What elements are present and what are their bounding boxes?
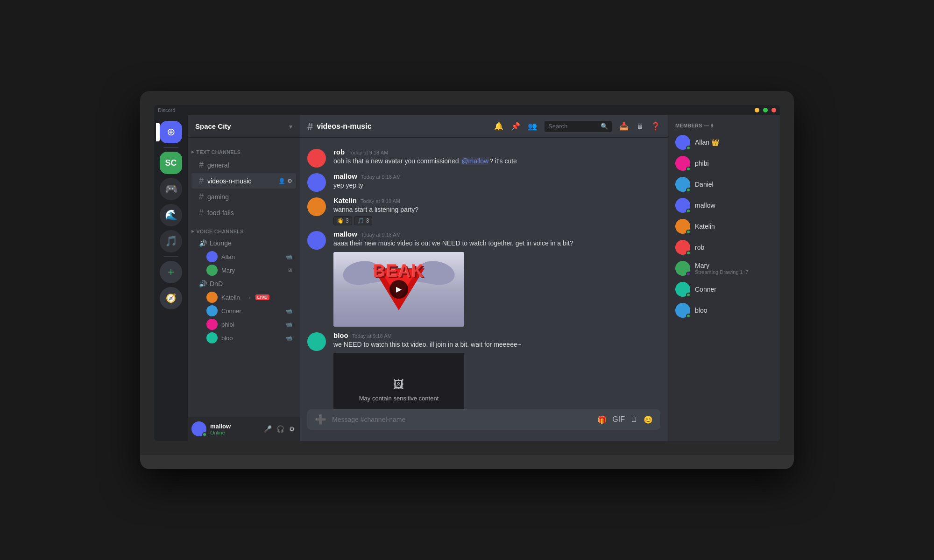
rob-content: rob Today at 9:18 AM ooh is that a new a… <box>333 148 660 168</box>
minimize-btn[interactable] <box>755 108 759 112</box>
member-conner[interactable]: Conner <box>672 279 776 300</box>
search-bar[interactable]: Search 🔍 <box>545 121 612 132</box>
voice-user-conner[interactable]: Conner 📹 <box>191 304 296 317</box>
phibi-avatar <box>206 319 218 330</box>
server-icon-2[interactable]: 🎮 <box>160 178 182 200</box>
emoji-btn[interactable]: 😊 <box>644 415 653 424</box>
member-bloo[interactable]: bloo <box>672 300 776 321</box>
server-icon-4[interactable]: 🎵 <box>160 230 182 252</box>
member-mallow[interactable]: mallow <box>672 195 776 216</box>
explore-servers-btn[interactable]: 🧭 <box>160 287 182 309</box>
member-name: Daniel <box>695 181 772 188</box>
discord-main: ⊕ SC 🎮 🌊 🎵 <box>154 115 780 441</box>
mention-mallow[interactable]: @mallow <box>460 157 489 165</box>
pin-icon[interactable]: 📌 <box>511 122 520 131</box>
laptop-frame: Discord ⊕ SC <box>140 91 794 469</box>
online-dot <box>686 293 691 297</box>
play-button[interactable]: ▶ <box>389 280 408 299</box>
mic-btn[interactable]: 🎤 <box>263 424 273 434</box>
katelin-username[interactable]: Katelin <box>333 196 357 204</box>
gift-btn[interactable]: 🎁 <box>597 415 607 424</box>
maximize-btn[interactable] <box>763 108 768 112</box>
voice-user-name: Mary <box>221 267 235 274</box>
message-input-box: ➕ 🎁 GIF 🗒 😊 <box>307 409 660 430</box>
member-daniel[interactable]: Daniel <box>672 174 776 195</box>
sticker-btn[interactable]: 🗒 <box>630 415 638 424</box>
member-name: Mary <box>695 262 772 269</box>
beak-video-bg: BEAK ▶ <box>333 252 464 327</box>
active-indicator <box>156 123 160 141</box>
member-mary[interactable]: Mary Streaming Drawing 1↑7 <box>672 258 776 279</box>
category-label: VOICE CHANNELS <box>196 229 243 234</box>
message-input[interactable] <box>332 416 592 423</box>
add-file-btn[interactable]: ➕ <box>315 414 326 425</box>
server-icon-3[interactable]: 🌊 <box>160 204 182 226</box>
voice-user-name: phibi <box>221 321 234 328</box>
sensitive-label: May contain sensitive content <box>359 395 439 402</box>
mallow-username-2[interactable]: mallow <box>333 230 357 238</box>
voice-user-allan[interactable]: Allan 📹 <box>191 250 296 263</box>
channel-dnd[interactable]: 🔊 DnD <box>191 277 296 290</box>
member-name: Conner <box>695 286 772 293</box>
channel-list: Space City ▾ ▸ TEXT CHANNELS # general <box>188 115 300 441</box>
category-voice-channels[interactable]: ▸ VOICE CHANNELS <box>188 221 300 236</box>
voice-user-phibi[interactable]: phibi 📹 <box>191 318 296 331</box>
category-text-channels[interactable]: ▸ TEXT CHANNELS <box>188 141 300 157</box>
gif-btn[interactable]: GIF <box>612 415 625 424</box>
channel-general[interactable]: # general <box>191 157 296 173</box>
reaction-wave[interactable]: 👋 3 <box>333 216 352 225</box>
user-status: Online <box>210 430 259 435</box>
guild-header[interactable]: Space City ▾ <box>188 115 300 138</box>
discord-home-icon: ⊕ <box>167 126 175 138</box>
member-phibi[interactable]: phibi <box>672 153 776 174</box>
voice-user-icons: 📹 <box>286 254 292 260</box>
online-dot <box>686 251 691 255</box>
settings-btn[interactable]: ⚙ <box>288 424 296 434</box>
channel-lounge[interactable]: 🔊 Lounge <box>191 237 296 250</box>
explore-icon: 🧭 <box>166 293 176 303</box>
member-rob[interactable]: rob <box>672 237 776 258</box>
guild-chevron: ▾ <box>289 123 292 130</box>
mallow-avatar <box>307 173 326 192</box>
speaker-icon: 🔊 <box>199 280 207 287</box>
help-icon[interactable]: ❓ <box>651 122 660 131</box>
add-server-btn[interactable]: + <box>160 261 182 283</box>
member-katelin[interactable]: Katelin <box>672 216 776 237</box>
members-header: MEMBERS — 9 <box>672 123 776 128</box>
channel-food-fails[interactable]: # food-fails <box>191 205 296 220</box>
channel-gaming[interactable]: # gaming <box>191 189 296 204</box>
user-info: mallow Online <box>210 423 259 435</box>
member-info: bloo <box>695 307 772 314</box>
member-info: rob <box>695 244 772 251</box>
discord-app: Discord ⊕ SC <box>154 105 780 441</box>
members-icon[interactable]: 👥 <box>528 122 537 131</box>
monitor-icon[interactable]: 🖥 <box>636 122 644 131</box>
reaction-music[interactable]: 🎵 3 <box>354 216 373 225</box>
inbox-icon[interactable]: 📥 <box>619 122 629 131</box>
conner-avatar <box>206 305 218 316</box>
chat-header-actions: 🔔 📌 👥 Search 🔍 📥 🖥 ❓ <box>494 121 660 132</box>
mallow-username[interactable]: mallow <box>333 172 357 180</box>
bell-icon[interactable]: 🔔 <box>494 122 503 131</box>
channel-title-text: videos-n-music <box>317 122 371 131</box>
headset-btn[interactable]: 🎧 <box>276 424 285 434</box>
katelin-content: Katelin Today at 9:18 AM wanna start a l… <box>333 196 660 225</box>
close-btn[interactable] <box>771 108 776 112</box>
server-2-icon: 🎮 <box>165 183 177 195</box>
message-input-area: ➕ 🎁 GIF 🗒 😊 <box>300 409 668 441</box>
server-icon-1[interactable]: SC <box>160 152 182 174</box>
member-name: bloo <box>695 307 772 314</box>
member-allan[interactable]: Allan 👑 <box>672 132 776 153</box>
video-embed[interactable]: BEAK ▶ <box>333 252 464 327</box>
channel-videos-n-music[interactable]: # videos-n-music 👤 ⚙ <box>191 173 296 189</box>
server-icon-home[interactable]: ⊕ <box>160 121 182 143</box>
mallow-content-2: mallow Today at 9:18 AM aaaa their new m… <box>333 230 660 326</box>
rob-text: ooh is that a new avatar you commissione… <box>333 157 660 166</box>
bloo-username[interactable]: bloo <box>333 331 348 339</box>
voice-user-mary[interactable]: Mary 🖥 <box>191 264 296 277</box>
voice-user-bloo[interactable]: bloo 📹 <box>191 331 296 344</box>
voice-user-katelin[interactable]: Katelin → LIVE <box>191 291 296 304</box>
voice-user-name: Allan <box>221 253 235 260</box>
rob-username[interactable]: rob <box>333 148 345 156</box>
mallow-text-2: aaaa their new music video is out we NEE… <box>333 239 660 248</box>
